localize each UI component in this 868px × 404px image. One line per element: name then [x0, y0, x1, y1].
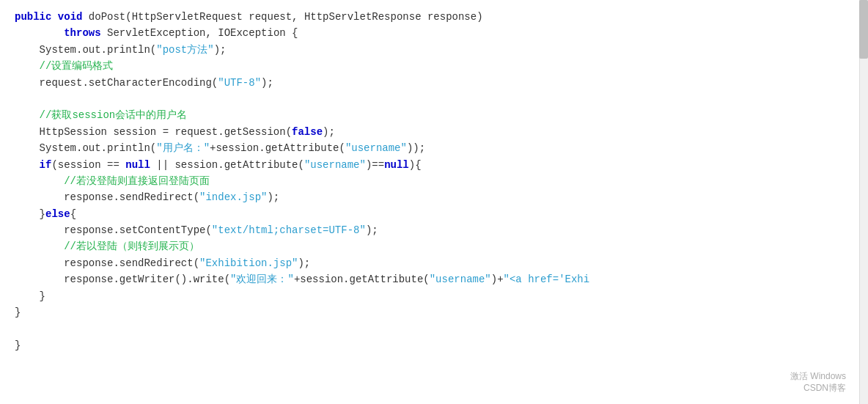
code-content: public void doPost(HttpServletRequest re…: [15, 9, 868, 353]
watermark-csdn: CSDN博客: [803, 381, 846, 395]
code-editor: public void doPost(HttpServletRequest re…: [0, 0, 868, 404]
scrollbar[interactable]: [859, 0, 868, 404]
scrollbar-thumb[interactable]: [859, 0, 868, 59]
